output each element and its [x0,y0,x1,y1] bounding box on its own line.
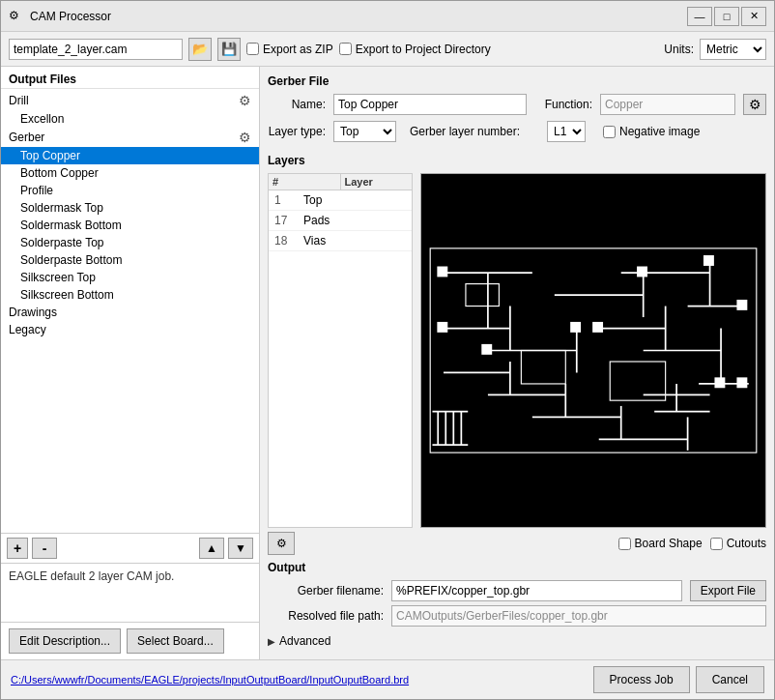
svg-rect-35 [737,378,746,387]
open-file-button[interactable]: 📂 [188,38,212,61]
export-zip-checkbox-label[interactable]: Export as ZIP [246,43,333,56]
cam-processor-window: ⚙ CAM Processor — □ ✕ 📂 💾 Export as ZIP … [0,0,775,700]
function-label: Function: [534,98,592,111]
tree-item-soldermask-top[interactable]: Soldermask Top [1,199,259,217]
layer-num-1: 1 [273,192,301,208]
tree-item-profile[interactable]: Profile [1,182,259,199]
remove-button[interactable]: - [32,538,57,559]
output-header: Output [268,561,766,574]
cutouts-checkbox-label[interactable]: Cutouts [710,537,766,550]
svg-rect-33 [737,301,746,309]
bottom-bar: C:/Users/wwwfr/Documents/EAGLE/projects/… [1,659,774,699]
layer-type-select[interactable]: Top Bottom Inner [333,121,396,142]
file-path[interactable]: C:/Users/wwwfr/Documents/EAGLE/projects/… [11,674,409,685]
process-job-button[interactable]: Process Job [593,666,690,693]
tree-item-excellon[interactable]: Excellon [1,110,259,128]
minimize-button[interactable]: — [687,7,712,26]
gerber-gear-icon[interactable]: ⚙ [239,130,251,145]
layers-footer: ⚙ Board Shape Cutouts [268,528,766,555]
svg-rect-32 [704,256,713,265]
tree-item-top-copper[interactable]: Top Copper [1,147,259,164]
tree-item-solderpaste-top[interactable]: Solderpaste Top [1,234,259,251]
drill-label: Drill [9,94,29,107]
gerber-name-row: Name: Function: ⚙ [268,94,766,115]
pcb-preview [420,173,766,528]
output-section: Output Gerber filename: Export File Reso… [268,561,766,652]
filename-input[interactable] [9,39,183,60]
gerber-layer-number-label: Gerber layer number: [404,125,539,138]
function-gear-icon[interactable]: ⚙ [743,94,766,115]
negative-image-checkbox-label[interactable]: Negative image [603,125,700,138]
tree-item-soldermask-bottom[interactable]: Soldermask Bottom [1,217,259,234]
board-shape-checkbox-label[interactable]: Board Shape [618,537,703,550]
export-zip-label: Export as ZIP [263,43,333,56]
add-button[interactable]: + [7,538,28,559]
soldermask-bottom-label: Soldermask Bottom [20,219,122,232]
maximize-button[interactable]: □ [714,7,739,26]
edit-description-button[interactable]: Edit Description... [9,628,121,654]
tree-item-gerber[interactable]: Gerber ⚙ [1,128,259,147]
right-panel: Gerber File Name: Function: ⚙ Layer type… [260,67,774,659]
app-icon: ⚙ [9,9,24,24]
solderpaste-top-label: Solderpaste Top [20,236,104,249]
top-copper-label: Top Copper [20,149,80,162]
layers-tool-button[interactable]: ⚙ [268,532,295,555]
main-content: Output Files Drill ⚙ Excellon Gerber ⚙ T… [1,67,774,659]
advanced-label: Advanced [279,634,330,648]
save-file-button[interactable]: 💾 [217,38,241,61]
move-up-button[interactable]: ▲ [199,538,224,559]
col-layer: Layer [341,174,413,190]
tree-item-bottom-copper[interactable]: Bottom Copper [1,164,259,182]
negative-image-label: Negative image [619,125,700,138]
gerber-layer-number-select[interactable]: L1 L2 L3 [547,121,586,142]
table-row[interactable]: 17 Pads [269,211,412,231]
board-shape-checkbox[interactable] [618,538,631,550]
tree-item-silkscreen-top[interactable]: Silkscreen Top [1,269,259,286]
select-board-button[interactable]: Select Board... [127,628,224,654]
layer-num-17: 17 [273,213,301,228]
layer-name-vias: Vias [301,233,408,248]
layers-table-body: 1 Top 17 Pads 18 Vias [269,190,412,527]
close-button[interactable]: ✕ [741,7,766,26]
svg-rect-31 [638,267,646,276]
advanced-arrow-icon: ▶ [268,636,275,647]
table-row[interactable]: 1 Top [269,190,412,211]
layer-name-top: Top [301,192,408,208]
gerber-name-input[interactable] [333,94,527,115]
table-row[interactable]: 18 Vias [269,231,412,251]
layers-header: Layers [268,154,766,167]
units-label: Units: [664,43,694,56]
description-box: EAGLE default 2 layer CAM job. [1,564,259,622]
silkscreen-bottom-label: Silkscreen Bottom [20,288,114,302]
window-title: CAM Processor [30,10,687,23]
gerber-layer-row: Layer type: Top Bottom Inner Gerber laye… [268,121,766,142]
cutouts-checkbox[interactable] [710,538,723,550]
gerber-filename-input[interactable] [391,580,682,601]
gerber-label: Gerber [9,131,44,144]
export-file-button[interactable]: Export File [690,580,766,601]
resolved-path-input [391,605,766,627]
bottom-copper-label: Bottom Copper [20,166,99,180]
advanced-row[interactable]: ▶ Advanced [268,630,766,652]
file-tree: Drill ⚙ Excellon Gerber ⚙ Top Copper Bot… [1,89,259,533]
cancel-button[interactable]: Cancel [696,666,764,693]
tree-item-silkscreen-bottom[interactable]: Silkscreen Bottom [1,286,259,304]
title-bar-controls: — □ ✕ [687,7,766,26]
export-project-checkbox-label[interactable]: Export to Project Directory [339,43,491,56]
drill-gear-icon[interactable]: ⚙ [239,93,251,108]
move-down-button[interactable]: ▼ [228,538,253,559]
tree-item-solderpaste-bottom[interactable]: Solderpaste Bottom [1,251,259,269]
export-project-checkbox[interactable] [339,43,352,55]
negative-image-checkbox[interactable] [603,126,616,138]
soldermask-top-label: Soldermask Top [20,201,103,215]
tree-item-drawings[interactable]: Drawings [1,304,259,321]
units-select[interactable]: Metric Imperial [700,39,766,60]
gerber-file-header: Gerber File [268,74,766,88]
export-zip-checkbox[interactable] [246,43,259,55]
excellon-label: Excellon [20,112,64,126]
gerber-filename-row: Gerber filename: Export File [268,580,766,601]
layers-section: Layers # Layer 1 Top [268,154,766,555]
output-files-header: Output Files [1,67,259,89]
tree-item-legacy[interactable]: Legacy [1,321,259,338]
tree-item-drill[interactable]: Drill ⚙ [1,91,259,110]
